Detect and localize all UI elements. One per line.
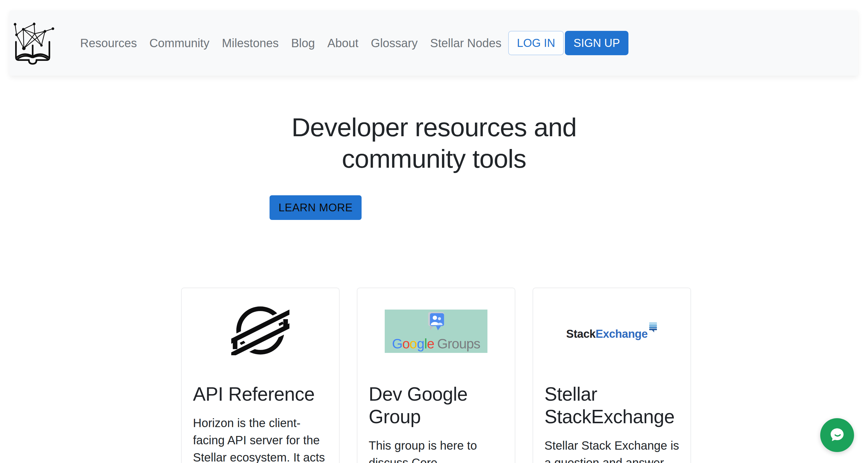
- nav-link-stellar-nodes[interactable]: Stellar Nodes: [424, 36, 507, 50]
- google-letter: e: [427, 336, 434, 351]
- google-groups-icon: [426, 312, 446, 332]
- card-logo-area: StackExchange: [545, 294, 679, 368]
- card-title: API Reference: [193, 383, 328, 405]
- login-button[interactable]: LOG IN: [508, 31, 564, 55]
- chat-launcher-button[interactable]: [820, 418, 854, 452]
- nav-link-glossary[interactable]: Glossary: [365, 36, 424, 50]
- nav-menu: Resources Community Milestones Blog Abou…: [74, 36, 507, 50]
- stellar-icon: [231, 306, 289, 357]
- nav-link-community[interactable]: Community: [143, 36, 216, 50]
- stackexchange-wordmark: StackExchange: [566, 322, 657, 340]
- google-letter: o: [410, 336, 417, 351]
- card-description: Horizon is the client-facing API server …: [193, 414, 328, 463]
- resource-cards: API Reference Horizon is the client-faci…: [181, 287, 691, 463]
- nav-link-milestones[interactable]: Milestones: [216, 36, 285, 50]
- exchange-label: Exchange: [595, 328, 648, 340]
- card-description: This group is here to discuss Core: [369, 437, 503, 463]
- card-title: Dev Google Group: [369, 383, 503, 428]
- nav-link-about[interactable]: About: [321, 36, 365, 50]
- google-letter: g: [417, 336, 424, 351]
- google-groups-banner: GoogleGroups: [385, 310, 488, 353]
- card-api-reference: API Reference Horizon is the client-faci…: [181, 287, 340, 463]
- page-title: Developer resources and community tools: [256, 112, 612, 175]
- stackexchange-icon: [649, 322, 657, 336]
- nav-link-blog[interactable]: Blog: [285, 36, 321, 50]
- card-logo-area: [193, 294, 328, 368]
- card-description: Stellar Stack Exchange is a question and…: [545, 437, 679, 463]
- google-letter: l: [424, 336, 427, 351]
- card-stellar-stackexchange: StackExchange Stellar StackExchange Stel…: [532, 287, 691, 463]
- navbar: Resources Community Milestones Blog Abou…: [9, 10, 858, 76]
- groups-label: Groups: [437, 336, 480, 351]
- learn-more-button[interactable]: LEARN MORE: [270, 195, 362, 220]
- google-groups-wordmark: GoogleGroups: [385, 336, 488, 352]
- stack-label: Stack: [566, 328, 595, 340]
- card-title: Stellar StackExchange: [545, 383, 679, 428]
- nav-link-resources[interactable]: Resources: [74, 36, 143, 50]
- google-letter: o: [402, 336, 410, 351]
- card-logo-area: GoogleGroups: [369, 294, 503, 368]
- book-network-logo-icon[interactable]: [10, 19, 57, 67]
- card-dev-google-group: GoogleGroups Dev Google Group This group…: [357, 287, 515, 463]
- chat-bubble-icon: [828, 426, 846, 445]
- google-letter: G: [392, 336, 402, 351]
- signup-button[interactable]: SIGN UP: [565, 31, 628, 55]
